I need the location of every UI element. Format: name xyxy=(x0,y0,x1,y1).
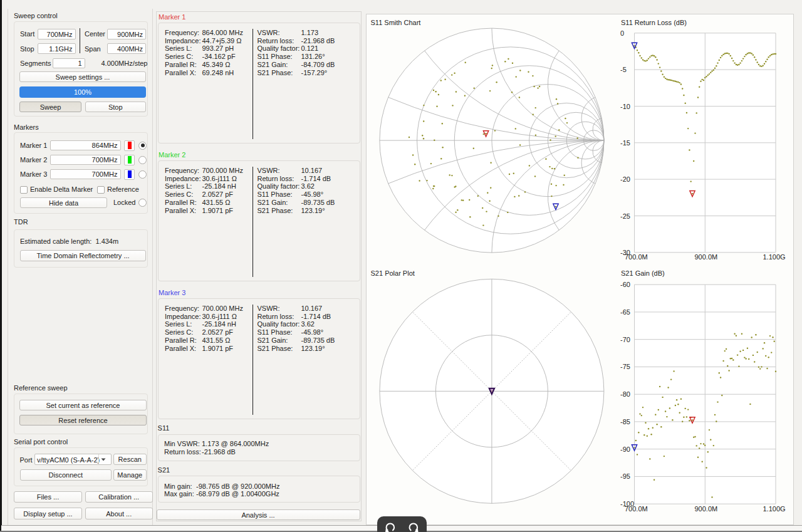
svg-text:-85: -85 xyxy=(620,418,630,425)
svg-text:S11 Smith Chart: S11 Smith Chart xyxy=(370,19,420,26)
svg-text:-70: -70 xyxy=(620,336,630,343)
svg-text:-10: -10 xyxy=(620,103,630,110)
svg-text:-15: -15 xyxy=(620,139,630,147)
svg-text:1.100G: 1.100G xyxy=(763,253,786,261)
svg-text:-5: -5 xyxy=(620,66,627,73)
svg-text:1.100G: 1.100G xyxy=(763,505,786,513)
svg-text:700.0M: 700.0M xyxy=(625,253,648,261)
svg-text:S21 Gain (dB): S21 Gain (dB) xyxy=(621,269,665,277)
svg-text:-80: -80 xyxy=(620,390,630,398)
svg-text:900.0M: 900.0M xyxy=(695,253,718,261)
svg-text:-60: -60 xyxy=(620,281,630,288)
svg-text:-90: -90 xyxy=(620,446,630,453)
svg-text:700.0M: 700.0M xyxy=(625,505,648,513)
svg-text:-20: -20 xyxy=(620,175,630,183)
svg-text:S21 Polar Plot: S21 Polar Plot xyxy=(370,269,414,277)
svg-text:-25: -25 xyxy=(620,212,630,220)
svg-text:-95: -95 xyxy=(620,473,630,481)
svg-text:-75: -75 xyxy=(620,363,630,371)
svg-text:900.0M: 900.0M xyxy=(695,505,718,513)
svg-text:S11 Return Loss (dB): S11 Return Loss (dB) xyxy=(621,19,687,26)
svg-text:-65: -65 xyxy=(620,308,630,316)
svg-text:0: 0 xyxy=(620,29,624,37)
